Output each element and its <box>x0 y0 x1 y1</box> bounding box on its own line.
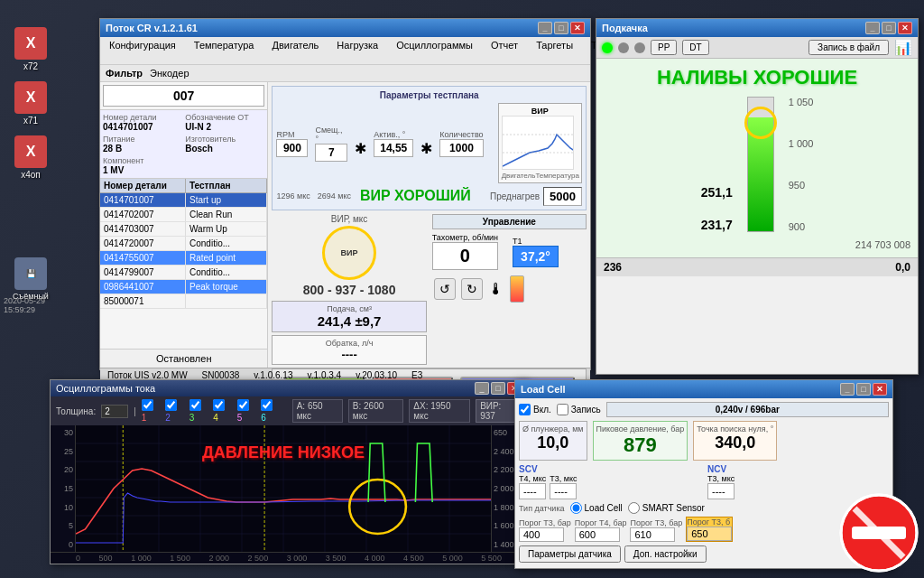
ch5-label[interactable]: 5 <box>237 399 255 423</box>
time1-label: 1296 мкс <box>276 191 310 200</box>
encoder-label: Энкодер <box>150 68 189 79</box>
parts-table-header: Номер детали Тестплан <box>100 179 267 193</box>
part-num-6: 0986441007 <box>100 280 186 294</box>
por-t3-scv-label: Порог T3, бар <box>519 518 571 527</box>
parts-row-5[interactable]: 0414799007 Conditio... <box>100 266 267 280</box>
bip-range: 800 - 937 - 1080 <box>272 283 426 297</box>
delta-label: ΔX: 1950 мкс <box>409 399 470 423</box>
naliv-title: НАЛИВЫ ХОРОШИЕ <box>657 66 857 89</box>
menu-engine[interactable]: Двигатель <box>266 38 324 63</box>
parts-row-4[interactable]: 0414755007 Rated point <box>100 251 267 266</box>
t3-ncv-value: ---- <box>707 483 735 499</box>
oscill-min[interactable]: _ <box>475 382 489 395</box>
enable-checkbox[interactable] <box>519 404 531 415</box>
pp-button[interactable]: PP <box>651 40 677 55</box>
bip-mks-label: ВИР, мкс <box>272 214 426 224</box>
ch2-label[interactable]: 2 <box>165 399 183 423</box>
naliv-section: НАЛИВЫ ХОРОШИЕ 251,1 231,7 1 050 1 000 9… <box>596 59 918 257</box>
por-t3-ncv2-input[interactable] <box>687 527 732 541</box>
por-t3-ncv-input[interactable] <box>630 527 675 542</box>
comp-value: 1 MV <box>103 165 182 175</box>
pitan-value: 28 В <box>103 144 182 154</box>
settings-button[interactable]: Доп. настройки <box>624 545 707 563</box>
right-content: Параметры тестплана RPM 900 Смещ., ° 7 ✱… <box>268 82 590 368</box>
podkachka-min[interactable]: _ <box>865 22 880 34</box>
main-window: Поток CR v.1.2.1.61 _ □ ✕ Конфигурация Т… <box>99 18 591 370</box>
upravlenie-header: Управление <box>432 214 587 229</box>
search-area <box>100 82 267 110</box>
icon-x71-label: x71 <box>23 116 38 126</box>
por-t3-scv-input[interactable] <box>519 527 564 542</box>
oscill-titlebar: Осциллограммы тока _ □ ✕ <box>51 380 527 396</box>
dt-button[interactable]: DT <box>682 40 708 55</box>
t4-scv-label: T4, мкс <box>519 474 546 483</box>
parts-panel: Номер детали 0414701007 Обозначение ОТ U… <box>100 82 268 368</box>
desktop-icon-x71[interactable]: X x71 <box>9 81 52 126</box>
smart-radio[interactable] <box>628 502 640 514</box>
parts-row-1[interactable]: 0414702007 Clean Run <box>100 208 267 222</box>
por-t4-scv-input[interactable] <box>575 527 620 542</box>
podkachka-close[interactable]: ✕ <box>898 22 912 34</box>
parts-row-0[interactable]: 0414701007 Start up <box>100 193 267 208</box>
params-button[interactable]: Параметры датчика <box>519 545 621 563</box>
close-button[interactable]: ✕ <box>570 22 585 34</box>
thickness-input[interactable] <box>101 405 128 418</box>
lc-radio-label[interactable]: Load Cell <box>570 502 623 514</box>
ch6-label[interactable]: 6 <box>261 399 279 423</box>
minimize-button[interactable]: _ <box>538 22 552 34</box>
lc-sensor-label: Load Cell <box>585 503 623 513</box>
podacha-value: 241,4 ±9,7 <box>275 313 422 329</box>
maximize-button[interactable]: □ <box>554 22 568 34</box>
ch3-label[interactable]: 3 <box>189 399 208 423</box>
smart-radio-label[interactable]: SMART Sensor <box>628 502 705 514</box>
reset-icon[interactable]: ↺ <box>434 278 456 300</box>
podkachka-title: Подкачка <box>602 23 648 33</box>
izg-value: Bosch <box>185 144 264 154</box>
lc-min[interactable]: _ <box>840 383 855 396</box>
oscill-max[interactable]: □ <box>491 382 505 395</box>
thermostat-icon[interactable]: ↻ <box>461 278 483 300</box>
menu-load[interactable]: Нагрузка <box>331 38 383 63</box>
test-name-5: Conditio... <box>186 266 267 279</box>
menu-bar: Конфигурация Температура Двигатель Нагру… <box>100 37 590 65</box>
col-test: Тестплан <box>186 179 267 192</box>
enable-checkbox-label[interactable]: Вкл. <box>519 404 551 415</box>
ch1-label[interactable]: 1 <box>142 399 160 423</box>
por-t3-ncv2-label: Порог T3, б <box>687 517 732 527</box>
menu-targets[interactable]: Таргеты <box>531 38 578 63</box>
menu-config[interactable]: Конфигурация <box>104 38 181 63</box>
desktop-icon-x72[interactable]: X x72 <box>9 27 52 71</box>
lc-close[interactable]: ✕ <box>873 383 887 396</box>
ch4-label[interactable]: 4 <box>213 399 231 423</box>
part-search-input[interactable] <box>103 85 264 107</box>
voltage-display: 0,240v / 696bar <box>606 402 889 417</box>
izg-label: Изготовитель <box>185 135 264 144</box>
aktiv-value: 14,55 <box>374 139 413 157</box>
oboz-value: UI-N 2 <box>185 122 264 132</box>
podkachka-max[interactable]: □ <box>882 22 896 34</box>
menu-report[interactable]: Отчет <box>485 38 523 63</box>
parts-row-2[interactable]: 0414703007 Warm Up <box>100 222 267 237</box>
write-checkbox[interactable] <box>557 404 568 415</box>
menu-temp[interactable]: Температура <box>189 38 260 63</box>
desktop-icon-x4op[interactable]: X x4oп <box>9 135 52 180</box>
parts-row-7[interactable]: 85000071 <box>100 294 267 309</box>
parts-row-6[interactable]: 0986441007 Peak torque <box>100 280 267 294</box>
parts-row-3[interactable]: 0414720007 Conditio... <box>100 237 267 251</box>
write-file-button[interactable]: Запись в файл <box>808 40 889 55</box>
desktop-icon-съемный[interactable]: 💾 Съёмный <box>9 257 52 301</box>
plunger-value: 10,0 <box>522 434 584 452</box>
icon-съемный-img: 💾 <box>14 257 47 290</box>
svg-point-19 <box>349 480 406 534</box>
thickness-label: Толщина: <box>56 406 96 416</box>
menu-oscill[interactable]: Осциллограммы <box>391 38 478 63</box>
testplan-params-row: RPM 900 Смещ., ° 7 ✱ Актив., ° 14,55 ✱ К… <box>276 103 582 183</box>
status-good-banner: ВИР ХОРОШИЙ <box>358 186 473 206</box>
cursor-b-label: B: 2600 мкс <box>348 399 403 423</box>
write-checkbox-label[interactable]: Запись <box>557 404 601 415</box>
bip-header: ВИР <box>502 107 578 116</box>
oscill-window: Осциллограммы тока _ □ ✕ Толщина: | 1 2 … <box>50 379 528 564</box>
podacha-label: Подача, см³ <box>275 304 422 313</box>
lc-max[interactable]: □ <box>856 383 871 396</box>
lc-radio[interactable] <box>570 502 582 514</box>
